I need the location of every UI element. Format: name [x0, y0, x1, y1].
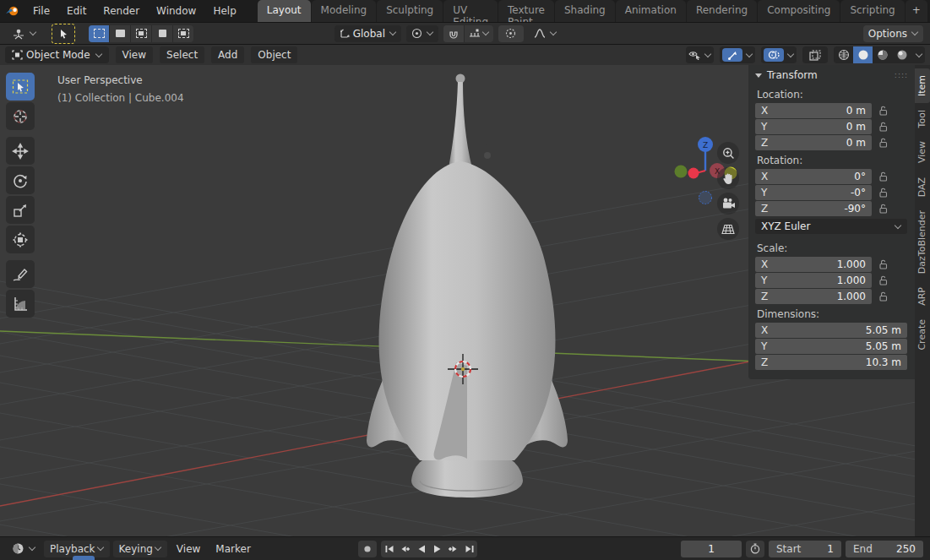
workspace-tab-uv-editing[interactable]: UV Editing [443, 0, 498, 22]
lock-open-icon[interactable] [878, 259, 888, 269]
scale-z-field[interactable]: Z1.000 [755, 289, 872, 304]
tool-rotate[interactable] [6, 166, 35, 194]
prev-keyframe-button[interactable] [397, 541, 413, 557]
grip-dots-icon[interactable]: :::: [895, 71, 908, 79]
lock-open-icon[interactable] [878, 275, 888, 285]
tool-cursor[interactable] [6, 102, 35, 130]
menu-file[interactable]: File [25, 3, 57, 19]
editor-type-selector[interactable] [7, 25, 41, 42]
auto-keying-record-button[interactable] [358, 541, 377, 557]
add-workspace-button[interactable]: + [906, 0, 927, 22]
lock-open-icon[interactable] [878, 106, 888, 116]
options-dropdown[interactable]: Options [863, 25, 923, 42]
menu-object[interactable]: Object [251, 46, 297, 63]
menu-edit[interactable]: Edit [59, 3, 94, 19]
jump-to-end-button[interactable] [461, 541, 477, 557]
viewport-canvas[interactable]: Z X User Perspective (1) Collection | Cu… [0, 65, 930, 536]
menu-window[interactable]: Window [149, 3, 204, 19]
workspace-tab-modeling[interactable]: Modeling [312, 0, 377, 22]
shading-material-icon[interactable] [873, 46, 892, 63]
tab-daz[interactable]: DAZ [915, 171, 930, 204]
tool-measure[interactable] [6, 290, 35, 318]
location-x-field[interactable]: X0 m [755, 103, 872, 118]
tab-view[interactable]: View [915, 134, 930, 170]
workspace-tab-animation[interactable]: Animation [616, 0, 686, 22]
tab-arp[interactable]: ARP [915, 280, 930, 313]
rotation-y-field[interactable]: Y-0° [755, 185, 872, 200]
snap-target-dropdown[interactable] [465, 25, 493, 42]
scale-x-field[interactable]: X1.000 [755, 257, 872, 272]
zoom-button[interactable] [717, 142, 739, 164]
selectability-visibility-dropdown[interactable] [686, 46, 714, 63]
workspace-tab-sculpting[interactable]: Sculpting [377, 0, 443, 22]
select-set-icon[interactable] [89, 25, 110, 42]
xray-toggle[interactable] [802, 46, 828, 63]
select-intersect-icon[interactable] [173, 25, 193, 42]
keying-dropdown[interactable]: Keying [113, 541, 167, 557]
timeline-menu-view[interactable]: View [171, 541, 206, 557]
select-extend-icon[interactable] [110, 25, 131, 42]
current-frame-field[interactable]: 1 [681, 541, 742, 557]
proportional-editing-toggle[interactable] [498, 25, 524, 42]
gizmos-toggle-group[interactable] [720, 46, 755, 63]
overlays-toggle-group[interactable] [761, 46, 797, 63]
workspace-tab-rendering[interactable]: Rendering [687, 0, 757, 22]
menu-view[interactable]: View [116, 46, 153, 63]
overlays-icon[interactable] [764, 48, 784, 62]
rotation-z-field[interactable]: Z-90° [755, 201, 872, 216]
ortho-toggle-button[interactable] [717, 218, 739, 240]
workspace-tab-compositing[interactable]: Compositing [758, 0, 840, 22]
location-y-field[interactable]: Y0 m [755, 119, 872, 134]
menu-select[interactable]: Select [160, 46, 204, 63]
transform-orientation-dropdown[interactable]: Global [334, 25, 401, 42]
menu-render[interactable]: Render [95, 3, 147, 19]
location-z-field[interactable]: Z0 m [755, 135, 872, 150]
menu-help[interactable]: Help [205, 3, 243, 19]
frame-start-field[interactable]: Start1 [769, 541, 841, 557]
shading-solid-icon[interactable] [853, 46, 873, 63]
lock-open-icon[interactable] [878, 171, 888, 182]
shading-dropdown[interactable] [911, 46, 925, 63]
dimensions-x-field[interactable]: X5.05 m [755, 323, 907, 338]
tool-move[interactable] [6, 137, 35, 165]
dimensions-z-field[interactable]: Z10.3 m [755, 355, 907, 370]
menu-add[interactable]: Add [211, 46, 244, 63]
playback-dropdown[interactable]: Playback [44, 541, 110, 557]
use-preview-range-button[interactable] [746, 541, 764, 557]
frame-end-field[interactable]: End250 [846, 541, 923, 557]
tab-tool[interactable]: Tool [915, 103, 930, 134]
tab-daztoblender[interactable]: DazToBlender [915, 204, 930, 280]
tool-select-box[interactable] [6, 73, 35, 101]
tool-transform[interactable] [6, 226, 35, 253]
active-tool-button[interactable] [52, 24, 75, 44]
workspace-tab-layout[interactable]: Layout [258, 0, 311, 22]
tab-create[interactable]: Create [915, 313, 930, 357]
tool-annotate[interactable] [6, 260, 35, 288]
play-reverse-button[interactable] [413, 541, 429, 557]
play-button[interactable] [429, 541, 445, 557]
dimensions-y-field[interactable]: Y5.05 m [755, 339, 907, 354]
rotation-mode-dropdown[interactable]: XYZ Euler [755, 219, 907, 234]
scale-y-field[interactable]: Y1.000 [755, 273, 872, 288]
lock-open-icon[interactable] [878, 291, 888, 302]
blender-logo-icon[interactable] [5, 5, 20, 17]
gizmo-icon[interactable] [722, 48, 742, 62]
camera-view-button[interactable] [717, 193, 739, 215]
select-subtract-icon[interactable] [131, 25, 152, 42]
jump-to-start-button[interactable] [381, 541, 397, 557]
shading-wireframe-icon[interactable] [834, 46, 853, 63]
tool-scale[interactable] [6, 196, 35, 224]
panel-header[interactable]: Transform :::: [748, 65, 915, 85]
workspace-tab-scripting[interactable]: Scripting [840, 0, 904, 22]
workspace-tab-shading[interactable]: Shading [555, 0, 615, 22]
lock-open-icon[interactable] [878, 138, 888, 148]
lock-open-icon[interactable] [878, 122, 888, 132]
lock-open-icon[interactable] [878, 204, 888, 214]
mode-dropdown[interactable]: Object Mode [5, 46, 109, 63]
next-keyframe-button[interactable] [445, 541, 461, 557]
timeline-editor-selector[interactable] [7, 541, 41, 557]
pan-button[interactable] [717, 167, 739, 189]
select-invert-icon[interactable] [152, 25, 173, 42]
pivot-point-dropdown[interactable] [406, 25, 438, 42]
shading-rendered-icon[interactable] [892, 46, 911, 63]
